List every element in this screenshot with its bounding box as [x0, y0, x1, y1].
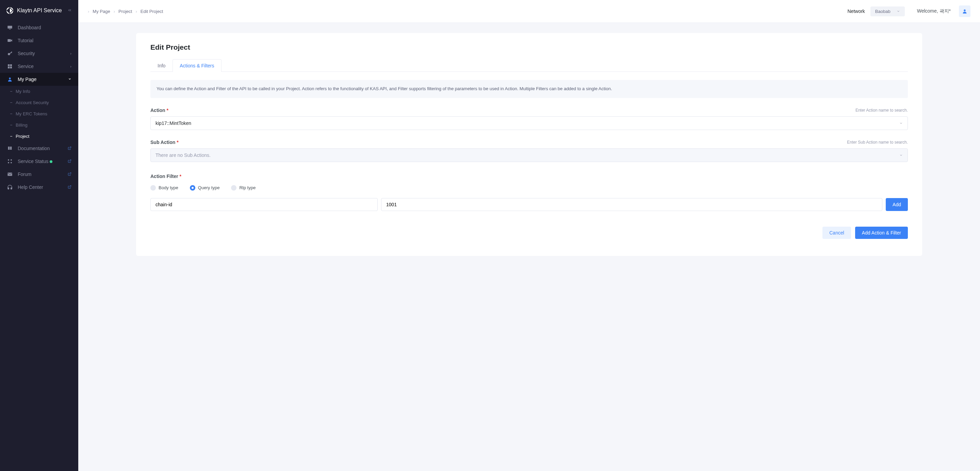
chevron-down-icon [897, 10, 900, 13]
radio-label: Rlp type [239, 185, 256, 190]
radio-label: Query type [198, 185, 220, 190]
sidebar: Klaytn API Service Dashboard Tutorial Se… [0, 0, 78, 471]
radio-dot-icon [190, 185, 195, 191]
chevron-down-icon [899, 153, 903, 157]
info-banner: You can define the Action and Filter of … [150, 80, 908, 98]
chevron-right-icon: › [70, 51, 72, 56]
page-title: Edit Project [150, 43, 908, 51]
subaction-select[interactable]: There are no Sub Actions. [150, 148, 908, 162]
action-select[interactable]: kip17::MintToken [150, 116, 908, 130]
sidebar-item-mypage[interactable]: My Page [0, 73, 78, 86]
radio-dot-icon [231, 185, 237, 191]
svg-point-11 [11, 159, 12, 161]
breadcrumb-item[interactable]: My Page [92, 9, 110, 14]
edit-project-card: Edit Project Info Actions & Filters You … [136, 33, 922, 256]
external-link-icon [68, 172, 72, 177]
action-label: Action * [150, 108, 169, 113]
sidebar-item-label: Service Status [18, 159, 63, 164]
svg-rect-1 [8, 26, 12, 29]
radio-label: Body type [159, 185, 178, 190]
chevron-right-icon: › [114, 9, 115, 14]
user-icon [962, 8, 967, 14]
sidebar-item-label: Forum [18, 172, 63, 177]
sidebar-item-service-status[interactable]: Service Status [0, 155, 78, 168]
sidebar-item-dashboard[interactable]: Dashboard [0, 21, 78, 34]
sidebar-item-label: Dashboard [18, 25, 72, 30]
sidebar-sub-myinfo[interactable]: My Info [0, 86, 78, 97]
topbar: › My Page › Project › Edit Project Netwo… [78, 0, 980, 23]
tab-info[interactable]: Info [150, 59, 172, 72]
sidebar-sub-erc-tokens[interactable]: My ERC Tokens [0, 108, 78, 119]
sidebar-item-label: Service [18, 64, 65, 69]
avatar-button[interactable] [959, 5, 970, 17]
filter-type-radios: Body type Query type Rlp type [150, 185, 908, 191]
chevron-down-icon [68, 77, 72, 81]
sidebar-sub-label: My ERC Tokens [16, 111, 47, 116]
welcome-text: Welcome, 곽지* [917, 8, 951, 14]
sidebar-item-label: Help Center [18, 185, 63, 190]
sidebar-item-tutorial[interactable]: Tutorial [0, 34, 78, 47]
sidebar-item-label: My Page [18, 76, 63, 82]
chevron-down-icon [899, 121, 903, 125]
add-action-filter-button[interactable]: Add Action & Filter [855, 227, 908, 239]
key-icon [7, 51, 13, 56]
svg-rect-6 [10, 64, 12, 66]
sidebar-item-service[interactable]: Service › [0, 60, 78, 73]
svg-rect-2 [9, 29, 11, 29]
svg-point-12 [8, 162, 9, 163]
chevron-right-icon: › [70, 64, 72, 68]
network-label: Network [847, 8, 865, 14]
mail-icon [7, 172, 13, 177]
network-value: Baobab [875, 9, 891, 14]
sidebar-sub-billing[interactable]: Billing [0, 119, 78, 130]
book-icon [7, 146, 13, 151]
svg-point-10 [8, 159, 9, 161]
sidebar-item-security[interactable]: Security › [0, 47, 78, 60]
sidebar-item-forum[interactable]: Forum [0, 168, 78, 181]
action-value: kip17::MintToken [156, 121, 191, 126]
sidebar-item-documentation[interactable]: Documentation [0, 142, 78, 155]
filter-value-input[interactable] [381, 198, 882, 211]
filter-key-input[interactable] [150, 198, 378, 211]
subaction-placeholder: There are no Sub Actions. [156, 153, 211, 158]
sidebar-sub-project[interactable]: Project [0, 130, 78, 142]
sidebar-sub-label: Account Security [16, 100, 49, 105]
brand-name: Klaytn API Service [17, 8, 62, 14]
tab-actions-filters[interactable]: Actions & Filters [172, 59, 221, 72]
network-select[interactable]: Baobab [870, 6, 905, 16]
user-icon [7, 76, 13, 82]
sidebar-collapse-icon[interactable] [67, 8, 72, 14]
sidebar-sub-label: Billing [16, 123, 27, 127]
radio-rlp-type[interactable]: Rlp type [231, 185, 256, 191]
status-dot-icon [50, 160, 52, 163]
action-filter-label: Action Filter * [150, 173, 908, 179]
cancel-button[interactable]: Cancel [822, 227, 851, 239]
sidebar-sub-account-security[interactable]: Account Security [0, 97, 78, 108]
external-link-icon [68, 146, 72, 151]
sidebar-item-label: Documentation [18, 146, 63, 151]
radio-query-type[interactable]: Query type [190, 185, 220, 191]
breadcrumb: › My Page › Project › Edit Project [88, 9, 163, 14]
monitor-icon [7, 25, 13, 30]
subaction-hint: Enter Sub Action name to search. [847, 140, 908, 145]
sidebar-sub-label: Project [16, 134, 29, 139]
svg-point-15 [964, 10, 966, 11]
subaction-label: Sub Action * [150, 140, 179, 145]
svg-rect-14 [8, 173, 12, 176]
logo-row: Klaytn API Service [0, 0, 78, 21]
action-hint: Enter Action name to search. [856, 108, 908, 113]
breadcrumb-item[interactable]: Project [118, 9, 132, 14]
status-icon [7, 159, 13, 164]
headphones-icon [7, 185, 13, 190]
sidebar-item-help[interactable]: Help Center [0, 181, 78, 194]
sidebar-sub-label: My Info [16, 89, 30, 94]
radio-body-type[interactable]: Body type [150, 185, 178, 191]
radio-dot-icon [150, 185, 156, 191]
svg-point-9 [9, 78, 11, 79]
breadcrumb-item[interactable]: Edit Project [140, 9, 163, 14]
external-link-icon [68, 185, 72, 189]
svg-rect-5 [8, 64, 10, 66]
svg-rect-8 [10, 67, 12, 68]
add-filter-button[interactable]: Add [886, 198, 908, 211]
sidebar-item-label: Tutorial [18, 38, 72, 43]
